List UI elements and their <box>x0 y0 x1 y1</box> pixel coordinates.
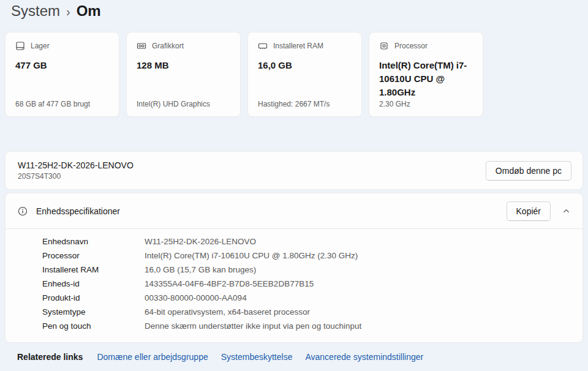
rename-pc-button[interactable]: Omdøb denne pc <box>486 161 571 181</box>
card-label: Installeret RAM <box>273 42 323 50</box>
spec-label: Produkt-id <box>42 293 145 302</box>
breadcrumb-system[interactable]: System <box>11 1 60 21</box>
spec-label: Enheds-id <box>42 279 145 288</box>
spec-label: Systemtype <box>42 307 145 317</box>
device-specifications-card: Enhedsspecifikationer Kopiér Enhedsnavn … <box>5 193 583 343</box>
storage-icon <box>15 41 25 51</box>
breadcrumb-separator-icon: › <box>66 1 70 21</box>
device-specifications-header[interactable]: Enhedsspecifikationer Kopiér <box>6 193 582 228</box>
info-icon <box>18 206 28 217</box>
spec-label: Pen og touch <box>42 321 145 331</box>
device-specifications-title: Enhedsspecifikationer <box>36 206 507 216</box>
spec-row-system-type: Systemtype 64-bit operativsystem, x64-ba… <box>42 305 570 319</box>
spec-row-processor: Processor Intel(R) Core(TM) i7-10610U CP… <box>42 249 570 263</box>
spec-value: 00330-80000-00000-AA094 <box>145 293 247 302</box>
spec-label: Installeret RAM <box>42 265 145 274</box>
card-label: Processor <box>394 42 428 50</box>
device-specifications-body: Enhedsnavn W11-25H2-DK-2026-LENOVO Proce… <box>6 229 582 342</box>
link-domain-workgroup[interactable]: Domæne eller arbejdsgruppe <box>97 352 208 362</box>
copy-button[interactable]: Kopiér <box>507 201 551 221</box>
link-advanced-system-settings[interactable]: Avancerede systemindstillinger <box>305 352 423 362</box>
related-links: Relaterede links Domæne eller arbejdsgru… <box>17 352 436 362</box>
card-label: Lager <box>31 42 50 50</box>
spec-label: Enhedsnavn <box>42 237 145 246</box>
breadcrumb: System › Om <box>11 1 101 21</box>
spec-value: Intel(R) Core(TM) i7-10610U CPU @ 1.80GH… <box>145 251 358 260</box>
link-system-protection[interactable]: Systembeskyttelse <box>221 352 293 362</box>
cpu-icon <box>379 41 389 51</box>
spec-row-ram: Installeret RAM 16,0 GB (15,7 GB kan bru… <box>42 263 570 277</box>
card-caption: Hastighed: 2667 MT/s <box>258 100 354 108</box>
spec-row-device-id: Enheds-id 143355A4-04F6-4BF2-B7D8-5EEB2D… <box>42 277 570 291</box>
chevron-up-icon[interactable] <box>562 207 570 215</box>
related-links-title: Relaterede links <box>17 352 83 362</box>
card-value: 128 MB <box>137 59 230 72</box>
spec-value: W11-25H2-DK-2026-LENOVO <box>145 237 256 246</box>
stat-cards: Lager 477 GB 68 GB af 477 GB brugt Grafi… <box>5 32 483 117</box>
device-name: W11-25H2-DK-2026-LENOVO <box>18 160 486 170</box>
spec-value: 16,0 GB (15,7 GB kan bruges) <box>145 265 256 274</box>
card-caption: 68 GB af 477 GB brugt <box>15 100 111 108</box>
card-caption: Intel(R) UHD Graphics <box>137 100 233 108</box>
card-value: 477 GB <box>15 59 109 72</box>
card-processor: Processor Intel(R) Core(TM) i7-10610U CP… <box>369 32 483 117</box>
card-value: Intel(R) Core(TM) i7-10610U CPU @ 1.80GH… <box>379 59 473 99</box>
card-caption: 2.30 GHz <box>379 100 475 108</box>
ram-icon <box>258 41 268 51</box>
spec-row-product-id: Produkt-id 00330-80000-00000-AA094 <box>42 291 570 305</box>
spec-value: Denne skærm understøtter ikke input via … <box>145 321 361 331</box>
spec-value: 64-bit operativsystem, x64-baseret proce… <box>145 307 310 317</box>
device-name-card: W11-25H2-DK-2026-LENOVO 20S7S4T300 Omdøb… <box>5 151 583 190</box>
spec-row-pen-touch: Pen og touch Denne skærm understøtter ik… <box>42 319 570 333</box>
gpu-icon <box>137 41 146 51</box>
spec-label: Processor <box>42 251 145 260</box>
spec-value: 143355A4-04F6-4BF2-B7D8-5EEB2DB77B15 <box>145 279 314 288</box>
spec-row-device-name: Enhedsnavn W11-25H2-DK-2026-LENOVO <box>42 234 570 249</box>
card-label: Grafikkort <box>152 42 184 50</box>
page-title: Om <box>77 1 101 21</box>
card-storage: Lager 477 GB 68 GB af 477 GB brugt <box>5 32 119 117</box>
card-gpu: Grafikkort 128 MB Intel(R) UHD Graphics <box>126 32 241 117</box>
card-ram: Installeret RAM 16,0 GB Hastighed: 2667 … <box>247 32 362 117</box>
device-model: 20S7S4T300 <box>18 172 486 181</box>
card-value: 16,0 GB <box>258 59 352 72</box>
